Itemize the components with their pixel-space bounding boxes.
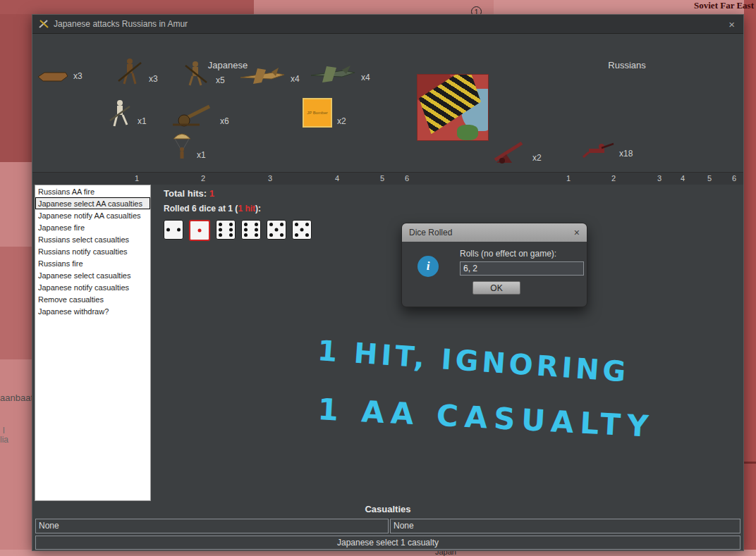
map-region bbox=[0, 247, 32, 359]
battle-status-bar: Japanese select 1 casualty bbox=[35, 536, 740, 550]
unit-japanese-veteran-infantry[interactable]: x5 bbox=[183, 58, 225, 87]
map-region bbox=[744, 0, 756, 556]
battle-step-item[interactable]: Japanese select casualties bbox=[35, 269, 150, 281]
unit-count: x3 bbox=[73, 71, 83, 81]
battle-results: Total hits: 1 Rolled 6 dice at 1 (1 hit)… bbox=[164, 188, 317, 241]
close-icon[interactable]: × bbox=[726, 18, 738, 30]
territory-forest bbox=[457, 125, 478, 140]
dice-column-number: 4 bbox=[681, 174, 685, 183]
map-label-fragment: l bbox=[3, 426, 5, 435]
transport-icon bbox=[37, 70, 68, 82]
unit-russian-infantry[interactable]: x18 bbox=[580, 137, 633, 160]
unit-japanese-infantry[interactable]: x1 bbox=[109, 98, 147, 128]
die-face bbox=[164, 220, 183, 240]
unit-count: x2 bbox=[532, 153, 542, 163]
unit-count: x1 bbox=[197, 150, 206, 160]
unit-japanese-artillery[interactable]: x6 bbox=[169, 102, 229, 128]
rolled-dice-line: Rolled 6 dice at 1 (1 hit): bbox=[164, 204, 317, 214]
die-face bbox=[216, 220, 236, 240]
die-face bbox=[241, 220, 261, 240]
dice-column-number: 2 bbox=[201, 174, 205, 183]
die-face bbox=[189, 220, 210, 241]
dice-column-number: 2 bbox=[611, 174, 616, 183]
unit-japanese-rifle-infantry[interactable]: x3 bbox=[116, 56, 158, 85]
info-icon: i bbox=[417, 256, 439, 277]
map-region bbox=[0, 0, 254, 16]
battle-window: Japanese attacks Russians in Amur × Japa… bbox=[32, 14, 744, 551]
rolled-text: Rolled 6 dice at 1 ( bbox=[164, 204, 238, 214]
artillery-icon bbox=[169, 102, 215, 128]
unit-count: x2 bbox=[337, 116, 346, 126]
map-label-fragment: lia bbox=[0, 435, 8, 445]
unit-japanese-dive-bomber[interactable]: x4 bbox=[310, 64, 370, 84]
rolls-label: Rolls (no effect on game): bbox=[460, 249, 556, 259]
unit-count: x1 bbox=[138, 116, 147, 126]
battle-step-item[interactable]: Japanese notify casualties bbox=[35, 281, 150, 293]
unit-japanese-transport[interactable]: x3 bbox=[37, 70, 83, 82]
unit-count: x5 bbox=[216, 75, 225, 85]
battle-step-item[interactable]: Japanese notify AA casualties bbox=[35, 209, 150, 221]
map-label-soviet-far-east: Soviet Far East bbox=[694, 0, 754, 11]
unit-japanese-paratrooper[interactable]: x1 bbox=[172, 130, 206, 161]
unit-count: x3 bbox=[149, 74, 158, 84]
battle-window-titlebar[interactable]: Japanese attacks Russians in Amur × bbox=[32, 15, 743, 34]
aa-gun-icon bbox=[489, 139, 528, 164]
russian-infantry-icon bbox=[580, 137, 614, 160]
unit-count: x6 bbox=[220, 116, 229, 126]
defender-label: Russians bbox=[608, 60, 645, 70]
dice-column-number: 5 bbox=[707, 174, 712, 183]
veteran-infantry-icon bbox=[183, 58, 211, 87]
unit-count: x4 bbox=[291, 74, 300, 84]
battle-window-title: Japanese attacks Russians in Amur bbox=[54, 19, 726, 29]
casualties-defender-list[interactable]: None bbox=[390, 519, 740, 533]
battle-step-item[interactable]: Russians AA fire bbox=[35, 185, 150, 197]
map-region bbox=[0, 14, 32, 162]
dive-bomber-icon bbox=[310, 64, 356, 84]
jp-bomber-label: JP Bomber bbox=[307, 111, 328, 115]
total-hits-label: Total hits: bbox=[164, 188, 207, 199]
dice-dialog-titlebar[interactable]: Dice Rolled × bbox=[402, 223, 587, 242]
ok-button[interactable]: OK bbox=[472, 281, 520, 295]
total-hits-line: Total hits: 1 bbox=[164, 188, 317, 199]
map-label-ulaanbaatar: aanbaat bbox=[0, 393, 33, 403]
battle-steps-list: Russians AA fireJapanese select AA casua… bbox=[35, 185, 151, 501]
dice-column-number: 3 bbox=[657, 174, 662, 183]
battle-step-item[interactable]: Remove casualties bbox=[35, 293, 150, 305]
unit-count: x18 bbox=[619, 149, 633, 159]
battle-step-item[interactable]: Japanese withdraw? bbox=[35, 305, 150, 317]
battle-step-item[interactable]: Japanese fire bbox=[35, 221, 150, 233]
battle-icon bbox=[38, 19, 49, 29]
rolls-value-field[interactable] bbox=[460, 261, 584, 276]
battle-step-item[interactable]: Russians select casualties bbox=[35, 233, 150, 245]
unit-japanese-jp-bomber[interactable]: JP Bomber x2 bbox=[303, 98, 346, 128]
territory-map-thumbnail bbox=[417, 74, 489, 141]
dice-column-number: 6 bbox=[405, 174, 409, 183]
unit-russian-aa-gun[interactable]: x2 bbox=[489, 139, 542, 164]
paratrooper-icon bbox=[172, 130, 192, 161]
casualties-attacker-list[interactable]: None bbox=[35, 519, 389, 533]
dice-column-number: 1 bbox=[566, 174, 571, 183]
dice-column-number: 6 bbox=[732, 174, 736, 183]
units-panel: Japanese Russians x3 x3 bbox=[32, 33, 743, 184]
infantry-icon bbox=[109, 98, 133, 128]
unit-japanese-fighter[interactable]: x4 bbox=[239, 67, 300, 85]
dice-column-number: 4 bbox=[335, 174, 339, 183]
close-icon[interactable]: × bbox=[574, 227, 580, 238]
dice-row bbox=[164, 220, 317, 241]
battle-step-item[interactable]: Russians notify casualties bbox=[35, 245, 150, 257]
dice-number-strip: 112233445566 bbox=[32, 172, 743, 185]
game-screen: Soviet Far East 1 aanbaat l lia Japan Ja… bbox=[0, 0, 756, 556]
battle-step-item[interactable]: Japanese select AA casualties bbox=[35, 197, 150, 209]
rolled-text-suffix: ): bbox=[255, 204, 261, 214]
dice-column-number: 1 bbox=[135, 174, 139, 183]
rolled-hit-text: 1 hit bbox=[238, 204, 255, 214]
total-hits-value: 1 bbox=[209, 188, 214, 199]
rifle-infantry-icon bbox=[116, 56, 144, 85]
die-face bbox=[267, 220, 286, 240]
map-border-line bbox=[744, 462, 756, 464]
dice-column-number: 5 bbox=[380, 174, 384, 183]
battle-step-item[interactable]: Russians fire bbox=[35, 257, 150, 269]
die-face bbox=[292, 220, 312, 240]
dice-column-number: 3 bbox=[268, 174, 272, 183]
dice-rolled-dialog: Dice Rolled × i Rolls (no effect on game… bbox=[401, 223, 587, 307]
